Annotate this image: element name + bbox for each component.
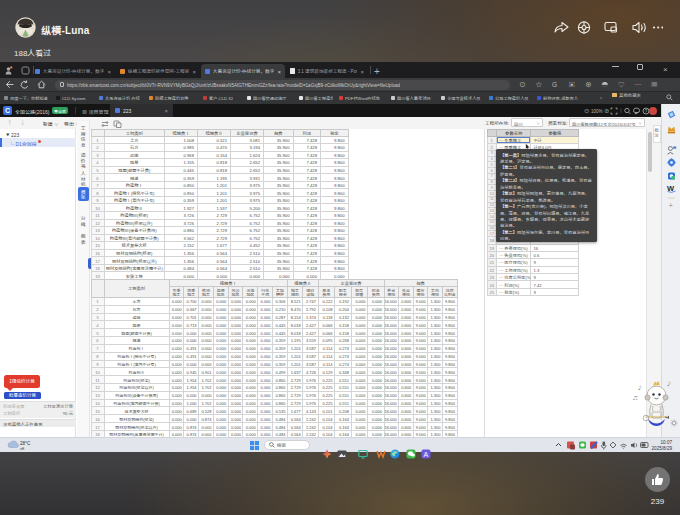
svg-text:♪: ♪ <box>637 383 643 392</box>
svg-text:+: + <box>669 200 673 210</box>
svg-text:♪: ♪ <box>666 379 672 388</box>
svg-text:晴: 晴 <box>20 446 25 451</box>
svg-text:A: A <box>424 449 429 459</box>
svg-text:W: W <box>667 182 675 193</box>
svg-text:♫: ♫ <box>633 394 638 401</box>
